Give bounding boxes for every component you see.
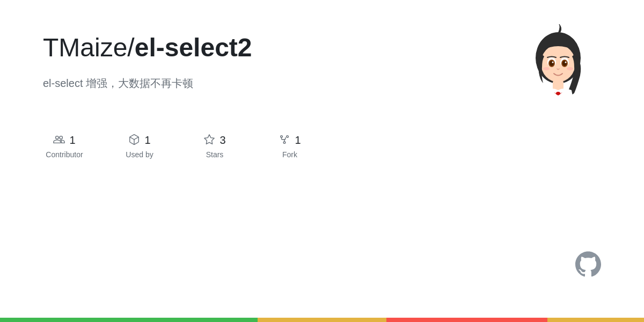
svg-point-9: [552, 62, 554, 63]
fork-icon: [279, 134, 290, 147]
stars-count: 3: [219, 134, 225, 147]
stats-row: 1 Contributor 1 Used by: [43, 134, 601, 159]
avatar: [515, 21, 601, 107]
stat-contributor[interactable]: 1 Contributor: [43, 134, 86, 159]
contributor-label: Contributor: [46, 150, 83, 159]
fork-label: Fork: [282, 150, 297, 159]
contributor-icon: [53, 134, 65, 147]
svg-point-7: [550, 61, 554, 66]
stars-label: Stars: [206, 150, 224, 159]
svg-point-10: [565, 62, 567, 63]
svg-marker-16: [204, 134, 214, 143]
contributor-count: 1: [69, 134, 75, 147]
fork-count: 1: [295, 134, 301, 147]
package-icon: [128, 134, 140, 147]
bottom-bar: [0, 318, 644, 322]
svg-rect-13: [553, 80, 564, 90]
used-by-label: Used by: [126, 150, 153, 159]
bar-yellow2: [547, 318, 644, 322]
main-content: TMaize/el-select2 el-select 增强，大数据不再卡顿: [0, 0, 644, 159]
stat-used-by[interactable]: 1 Used by: [118, 134, 161, 159]
github-logo[interactable]: [575, 251, 601, 279]
svg-point-2: [541, 45, 575, 82]
bar-yellow: [258, 318, 386, 322]
repo-owner: TMaize: [43, 33, 127, 62]
svg-point-14: [556, 92, 560, 95]
stat-fork[interactable]: 1 Fork: [268, 134, 311, 159]
used-by-count: 1: [144, 134, 150, 147]
star-icon: [203, 134, 215, 147]
bar-red: [386, 318, 547, 322]
svg-point-18: [287, 135, 289, 137]
svg-point-12: [567, 67, 573, 70]
stat-stars[interactable]: 3 Stars: [193, 134, 236, 159]
bar-green: [0, 318, 258, 322]
repo-name: el-select2: [135, 33, 252, 62]
svg-point-11: [543, 67, 550, 70]
svg-point-8: [562, 61, 567, 66]
